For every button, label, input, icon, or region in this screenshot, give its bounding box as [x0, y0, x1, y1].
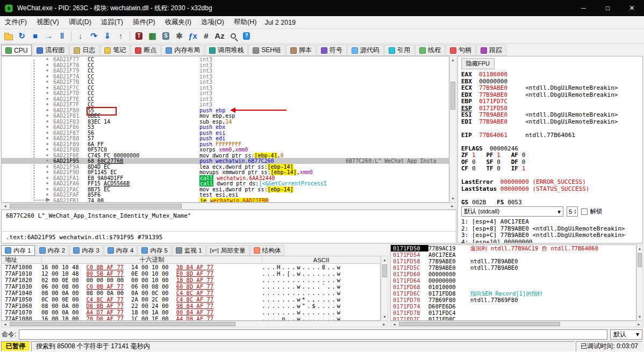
register-line[interactable]: ESP 0171FD50 — [461, 105, 639, 112]
toolbar-button-trace-icon[interactable]: T — [132, 30, 146, 42]
tab-handles[interactable]: 句柄 — [446, 45, 476, 56]
toolbar-button-run-icon[interactable]: → — [42, 30, 55, 42]
scroll-left-icon[interactable]: ◄ — [391, 321, 398, 327]
tab-locals[interactable]: [x=]局部变量 — [206, 245, 249, 256]
tab-struct[interactable]: 结构体 — [250, 245, 285, 256]
tab-watch1[interactable]: 监视 1 — [172, 245, 206, 256]
register-line[interactable]: EDX 77B9ABE0 <ntdll.DbgUiRemoteBreakin> — [461, 91, 639, 98]
toolbar-button-breakpoints-icon[interactable]: # — [199, 30, 213, 42]
toolbar-button-trace-into-icon[interactable]: ⇓ — [101, 30, 114, 42]
stack-row[interactable]: 0171FD6000000000 — [391, 271, 636, 277]
register-line[interactable] — [461, 192, 639, 199]
scroll-down-icon[interactable]: ▼ — [637, 313, 642, 320]
disasm-vscrollbar[interactable]: ▲ ▼ — [449, 56, 456, 203]
register-line[interactable] — [461, 172, 639, 179]
dump-row[interactable]: 77AF107008 00 0A 00A4 D7 AF 7718 00 1A 0… — [2, 309, 380, 315]
scroll-track[interactable] — [637, 252, 642, 313]
disasm-row[interactable]: 6AD21F8EC745 FC 00000000mov dword ptr ss… — [2, 153, 449, 159]
register-line[interactable]: EFLAGS 00000246 — [461, 145, 639, 152]
disasm-row[interactable]: 6AD21F7FCCint3 — [2, 102, 449, 107]
tab-notes[interactable]: 笔记 — [100, 45, 130, 56]
disasm-row[interactable]: 6AD21F7ECCint3 — [2, 96, 449, 102]
toolbar-button-step-over-icon[interactable]: ↷ — [87, 30, 101, 42]
disasm-row[interactable]: 6AD21FAC8B75 ECmov esi,dword ptr ss:[ebp… — [2, 186, 449, 192]
toolbar-button-pause-icon[interactable]: ‖ — [55, 30, 69, 42]
menu-item[interactable]: 帮助(H) — [229, 16, 261, 28]
scroll-track[interactable] — [382, 263, 388, 313]
disasm-row[interactable]: 6AD21FA6FF15 ACD5566Bcall dword ptr ds:[… — [2, 181, 449, 186]
stack-row[interactable]: 0171FD5C77B9ABE0ntdll.77B9ABE0 — [391, 264, 636, 271]
dump-row[interactable]: 77AF102002 00 0E 0000 00 00 0000 00 10 0… — [2, 277, 380, 283]
scroll-up-icon[interactable]: ▲ — [382, 256, 388, 263]
register-line[interactable]: GS 002B FS 0053 — [461, 199, 639, 206]
scroll-thumb[interactable] — [638, 253, 642, 267]
register-line[interactable]: CF 0 TF 0 IF 1 — [461, 165, 639, 172]
scroll-track[interactable] — [398, 321, 635, 327]
disasm-row[interactable]: 6AD21F9D0F1145 ECmovups xmmword ptr ss:[… — [2, 169, 449, 175]
disasm-row[interactable]: 6AD21F7DCCint3 — [2, 90, 449, 96]
tab-callstack[interactable]: 调用堆栈 — [205, 45, 248, 56]
stack-row[interactable]: 0171FD74D60FE6D6 — [391, 303, 636, 310]
register-line[interactable]: LastStatus 00000000 (STATUS_SUCCESS) — [461, 185, 639, 192]
close-button[interactable]: ✕ — [620, 0, 644, 16]
argument-line[interactable]: 2: [esp+8] 77B9ABE0 <ntdll.DbgUiRemoteBr… — [461, 225, 639, 232]
disasm-row[interactable]: 6AD21F8857push edi — [2, 135, 449, 141]
disasm-row[interactable]: 6AD21F7ACCint3 — [2, 74, 449, 80]
register-line[interactable] — [461, 125, 639, 132]
scroll-track[interactable] — [9, 203, 449, 209]
tab-dump2[interactable]: 内存 2 — [35, 245, 69, 256]
dump-row[interactable]: 77AF108016 00 18 0070 D8 AF 771C 00 1E 0… — [2, 315, 380, 321]
register-line[interactable]: OF 0 SF 0 DF 0 — [461, 159, 639, 166]
dump-col-hex[interactable]: 十六进制 — [41, 256, 262, 264]
toolbar-button-help-icon[interactable]: ? — [240, 30, 253, 42]
maximize-button[interactable]: □ — [596, 0, 620, 16]
scroll-up-icon[interactable]: ▲ — [450, 56, 456, 63]
scroll-thumb[interactable] — [450, 82, 455, 110]
stack-hscrollbar[interactable]: ◄ ► — [390, 321, 643, 327]
tab-graph[interactable]: 流程图 — [32, 45, 69, 56]
argument-line[interactable]: 3: [esp+C] 77B9ABE0 <ntdll.DbgUiRemoteBr… — [461, 232, 639, 239]
register-line[interactable]: EDI 77B9ABE0 <ntdll.DbgUiRemoteBreakin> — [461, 118, 639, 125]
tab-symbols[interactable]: 符号 — [317, 45, 347, 56]
disasm-row[interactable]: 6AD21F9568 60C2776Bpush wechatwin.6B77C2… — [2, 158, 449, 164]
stack-row[interactable]: 0171FD54A0C17EEA — [391, 252, 636, 258]
stack-vscrollbar[interactable]: ▲ ▼ — [636, 245, 643, 321]
toolbar-button-stop-icon[interactable]: ■ — [28, 30, 42, 42]
menu-item[interactable]: 收藏夹(I) — [160, 16, 196, 28]
tab-threads[interactable]: 线程 — [415, 45, 445, 56]
menu-item[interactable]: 插件(P) — [128, 16, 160, 28]
register-line[interactable]: ECX 77B9ABE0 <ntdll.DbgUiRemoteBreakin> — [461, 84, 639, 91]
checkbox-box[interactable] — [581, 209, 588, 215]
disasm-row[interactable]: 6AD21F8B0F57C0xorps xmm0,xmm0 — [2, 147, 449, 153]
disasm-row[interactable]: 6AD21F896A FFpush FFFFFFFF — [2, 141, 449, 147]
toolbar-button-patches-icon[interactable]: ▦ — [146, 30, 159, 42]
disasm-row[interactable]: 6AD21F79CCint3 — [2, 68, 449, 74]
tab-log[interactable]: 日志 — [69, 45, 99, 56]
disasm-row[interactable]: 6AD21F77CCint3 — [2, 56, 449, 62]
tab-dump5[interactable]: 内存 5 — [138, 245, 171, 256]
menu-item[interactable]: 追踪(T) — [96, 16, 128, 28]
disasm-row[interactable]: 6AD21F78CCint3 — [2, 62, 449, 68]
register-line[interactable] — [461, 138, 639, 145]
register-line[interactable]: EAX 01186000 — [461, 71, 639, 78]
toolbar-button-seh-chain-icon[interactable]: S — [159, 30, 173, 42]
scroll-right-icon[interactable]: ► — [635, 321, 642, 327]
toolbar-button-strings-icon[interactable]: Az — [213, 30, 226, 42]
scroll-down-icon[interactable]: ▼ — [450, 195, 456, 202]
disasm-row[interactable]: 6AD21F8756push esi — [2, 130, 449, 136]
dump-hscrollbar[interactable]: ◄ ► — [1, 321, 388, 327]
disasm-row[interactable]: 6AD21F8055push ebp — [2, 107, 449, 113]
toolbar-button-step-into-icon[interactable]: ↓ — [74, 30, 87, 42]
tab-dump1[interactable]: 内存 1 — [1, 245, 35, 256]
toolbar-button-functions-icon[interactable]: ƒx — [186, 30, 199, 42]
minimize-button[interactable]: ─ — [571, 0, 596, 16]
register-line[interactable]: EBP 0171FD7C — [461, 98, 639, 105]
stack-row[interactable]: 0171FD6400000000 — [391, 277, 636, 284]
tab-seh[interactable]: SEH链 — [248, 45, 285, 56]
disasm-hscrollbar[interactable]: ◄ ► — [1, 203, 456, 210]
stack-row[interactable]: 0171FD5077B9AC19返回到 ntdll.77B9AC19 自 ntd… — [391, 245, 636, 252]
menu-item[interactable]: 文件(F) — [0, 16, 32, 28]
tab-cpu[interactable]: CPU — [1, 45, 32, 56]
dump-vscrollbar[interactable]: ▲ ▼ — [381, 256, 388, 321]
scroll-thumb[interactable] — [10, 322, 235, 326]
